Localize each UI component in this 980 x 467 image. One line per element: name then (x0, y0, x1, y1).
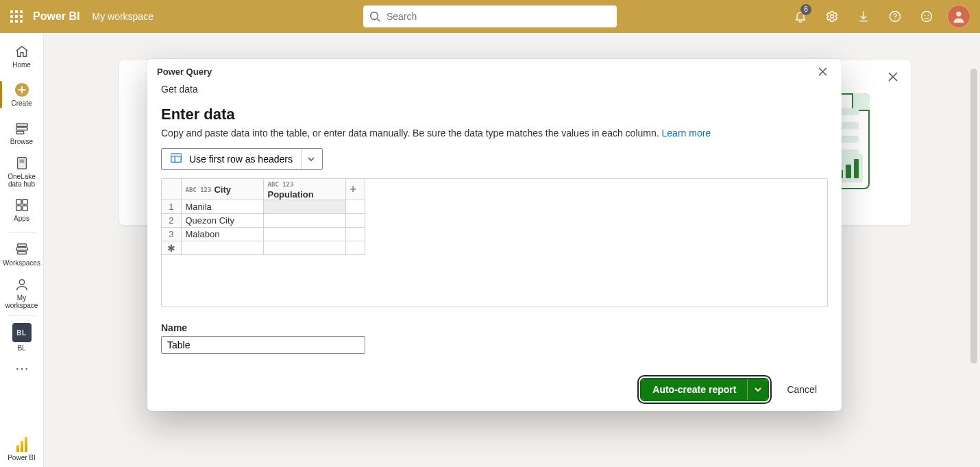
column-header-population[interactable]: ABC 123Population (263, 179, 345, 200)
search-input[interactable] (363, 5, 617, 27)
svg-rect-30 (17, 244, 26, 247)
row-number[interactable]: 2 (162, 214, 181, 228)
main-area: X your data to get started. ………………………………… (44, 33, 980, 467)
svg-rect-31 (16, 248, 27, 250)
nav-label: OneLake (8, 173, 36, 180)
data-grid[interactable]: ABC 123City ABC 123Population + 1 Manila (161, 178, 828, 307)
apps-icon (14, 197, 29, 213)
chevron-down-icon (754, 385, 762, 394)
notifications-button[interactable]: 6 (787, 0, 814, 33)
svg-rect-29 (22, 206, 27, 211)
row-number[interactable]: 3 (162, 228, 181, 241)
table-cell-trailing[interactable] (345, 214, 365, 228)
add-row-button[interactable]: ✱ (162, 241, 181, 255)
table-cell-trailing[interactable] (345, 241, 365, 255)
svg-rect-20 (16, 128, 27, 130)
svg-rect-19 (16, 124, 27, 127)
nav-powerbi-footer[interactable]: Power BI (0, 437, 44, 462)
breadcrumb[interactable]: Get data (147, 80, 842, 95)
svg-point-9 (371, 12, 378, 20)
table-cell[interactable] (263, 214, 345, 228)
app-name: Power BI (33, 10, 79, 23)
svg-rect-28 (16, 206, 21, 211)
table-cell[interactable] (263, 228, 345, 241)
table-cell[interactable]: Manila (181, 200, 263, 214)
svg-rect-0 (10, 10, 13, 13)
nav-pinned-bl[interactable]: BL BL (0, 318, 44, 357)
onelake-icon (14, 156, 29, 171)
nav-create[interactable]: Create (0, 75, 44, 114)
search-icon (369, 10, 381, 25)
nav-my-workspace[interactable]: My workspace (0, 274, 44, 312)
modal-close-button[interactable] (813, 62, 832, 81)
svg-rect-6 (10, 20, 13, 23)
nav-separator (8, 315, 36, 315)
workspace-name[interactable]: My workspace (92, 11, 153, 22)
svg-rect-23 (17, 163, 26, 169)
add-column-button[interactable]: + (345, 179, 365, 200)
cancel-button[interactable]: Cancel (781, 378, 822, 401)
svg-rect-2 (20, 10, 23, 13)
table-cell[interactable]: Quezon City (181, 214, 263, 228)
help-icon (888, 10, 902, 23)
use-first-row-as-headers-button[interactable]: Use first row as headers (161, 148, 323, 170)
svg-point-16 (928, 15, 929, 16)
nav-browse[interactable]: Browse (0, 114, 44, 152)
close-icon (818, 67, 827, 76)
feedback-button[interactable] (913, 0, 940, 33)
nav-label: Home (12, 61, 31, 69)
headers-button-caret[interactable] (302, 149, 321, 169)
top-actions: 6 (787, 0, 980, 33)
svg-rect-21 (16, 132, 23, 134)
nav-onelake-data-hub[interactable]: OneLake data hub (0, 152, 44, 191)
auto-create-report-button[interactable]: Auto-create report (640, 378, 769, 401)
nav-label: Create (11, 99, 32, 107)
table-cell[interactable]: Malabon (181, 228, 263, 241)
column-corner[interactable] (162, 179, 181, 200)
chevron-down-icon (307, 155, 315, 163)
svg-point-13 (894, 19, 895, 20)
table-cell-trailing[interactable] (345, 200, 365, 214)
table-cell[interactable] (263, 200, 345, 214)
nav-separator (8, 232, 36, 232)
nav-more[interactable]: ⋯ (0, 357, 44, 380)
svg-point-11 (831, 15, 834, 19)
download-button[interactable] (850, 0, 877, 33)
nav-label: My (17, 294, 26, 302)
table-cell-trailing[interactable] (345, 228, 365, 241)
table-cell[interactable] (181, 241, 263, 255)
name-input[interactable] (161, 336, 365, 354)
settings-button[interactable] (818, 0, 846, 33)
type-icon: ABC 123 (186, 187, 212, 193)
help-button[interactable] (881, 0, 909, 33)
account-avatar[interactable] (947, 5, 970, 28)
nav-apps[interactable]: Apps (0, 191, 44, 229)
nav-workspaces[interactable]: Workspaces (0, 235, 44, 274)
smiley-icon (920, 10, 933, 23)
svg-line-10 (378, 19, 380, 22)
top-bar: Power BI My workspace 6 (0, 0, 980, 33)
svg-point-14 (922, 12, 932, 22)
column-header-city[interactable]: ABC 123City (181, 179, 263, 200)
svg-rect-3 (10, 15, 13, 18)
notification-badge: 6 (800, 4, 811, 15)
svg-point-15 (924, 15, 926, 16)
row-number[interactable]: 1 (162, 200, 181, 214)
person-workspace-icon (14, 277, 29, 292)
nav-label: Workspaces (3, 259, 40, 267)
nav-label: data hub (8, 180, 35, 188)
learn-more-link[interactable]: Learn more (662, 128, 711, 139)
app-launcher-button[interactable] (0, 0, 33, 33)
table-cell[interactable] (263, 241, 345, 255)
primary-button-caret[interactable] (747, 379, 768, 400)
browse-icon (14, 121, 29, 136)
table-row: 2 Quezon City (162, 214, 365, 228)
person-icon (951, 9, 966, 24)
modal-heading: Enter data (161, 106, 828, 123)
svg-rect-8 (20, 20, 23, 23)
svg-point-33 (19, 279, 24, 284)
nav-home[interactable]: Home (0, 37, 44, 75)
table-row: 3 Malabon (162, 228, 365, 241)
create-icon (14, 82, 29, 97)
button-label: Use first row as headers (189, 154, 293, 165)
